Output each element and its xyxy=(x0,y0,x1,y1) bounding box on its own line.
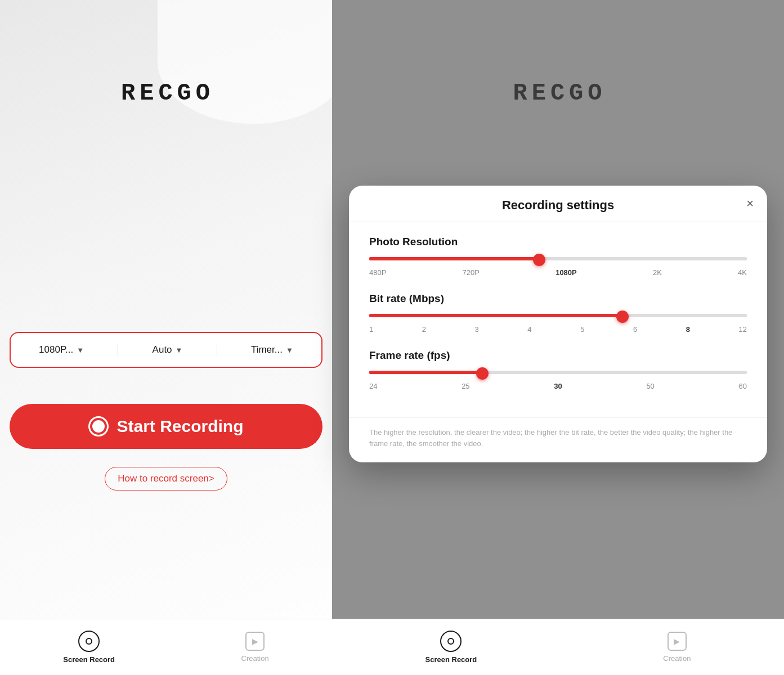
bit-rate-label: Bit rate (Mbps) xyxy=(369,292,747,305)
logo-letter-c: C xyxy=(158,82,173,105)
mark-60: 60 xyxy=(739,382,747,390)
bitrate-value: Auto xyxy=(153,344,172,356)
nav-creation-left[interactable]: ▶ Creation xyxy=(241,632,269,663)
bit-rate-track xyxy=(369,314,747,317)
creation-icon-right: ▶ xyxy=(667,632,687,651)
screen-record-icon-inner-right xyxy=(447,638,454,645)
resolution-value: 1080P... xyxy=(39,344,73,356)
right-logo-letter-c: C xyxy=(550,82,566,105)
mark-2k: 2K xyxy=(653,268,662,277)
logo-letter-o: O xyxy=(196,82,211,105)
mark-4k: 4K xyxy=(738,268,747,277)
mark-1: 1 xyxy=(369,325,373,334)
modal-title: Recording settings xyxy=(502,198,614,213)
timer-control[interactable]: Timer... ▼ xyxy=(251,344,293,356)
bit-rate-slider[interactable]: 1 2 3 4 5 6 8 12 xyxy=(369,314,747,334)
mark-50: 50 xyxy=(646,382,654,390)
recgo-logo-left: R E C G O xyxy=(121,82,211,105)
controls-box: 1080P... ▼ Auto ▼ Timer... ▼ xyxy=(10,332,322,368)
right-bottom-nav: Screen Record ▶ Creation xyxy=(332,619,784,675)
how-to-record-link[interactable]: How to record screen> xyxy=(105,467,227,490)
photo-resolution-section: Photo Resolution 480P 720P 1080P 2K 4K xyxy=(369,236,747,277)
mark-12: 12 xyxy=(738,325,746,334)
photo-resolution-track xyxy=(369,257,747,260)
timer-value: Timer... xyxy=(251,344,283,356)
mark-30: 30 xyxy=(554,382,562,390)
nav-screen-record-left[interactable]: Screen Record xyxy=(63,631,115,664)
record-icon-inner xyxy=(92,420,105,433)
screen-record-label-right: Screen Record xyxy=(425,655,477,664)
divider-2 xyxy=(217,343,217,357)
creation-icon: ▶ xyxy=(245,632,265,651)
start-button-label: Start Recording xyxy=(117,417,243,436)
photo-resolution-label: Photo Resolution xyxy=(369,236,747,248)
right-logo: R E C G O xyxy=(513,82,603,105)
logo-letter-r: R xyxy=(121,82,136,105)
left-logo: R E C G O xyxy=(121,82,211,105)
photo-resolution-marks: 480P 720P 1080P 2K 4K xyxy=(369,268,747,277)
close-icon: × xyxy=(746,196,754,210)
frame-rate-track xyxy=(369,371,747,374)
bitrate-control[interactable]: Auto ▼ xyxy=(153,344,183,356)
photo-resolution-track-fill xyxy=(369,257,539,260)
right-logo-letter-r: R xyxy=(513,82,528,105)
bitrate-chevron: ▼ xyxy=(176,346,183,354)
right-logo-letter-e: E xyxy=(532,82,547,105)
bit-rate-marks: 1 2 3 4 5 6 8 12 xyxy=(369,325,747,334)
right-logo-letter-g: G xyxy=(569,82,584,105)
right-panel: R E C G O Recording settings × Photo Res… xyxy=(332,0,784,675)
logo-letter-e: E xyxy=(140,82,155,105)
resolution-chevron: ▼ xyxy=(77,346,84,354)
mark-6: 6 xyxy=(633,325,637,334)
mark-24: 24 xyxy=(369,382,377,390)
frame-rate-marks: 24 25 30 50 60 xyxy=(369,382,747,390)
left-panel: R E C G O 1080P... ▼ Auto ▼ Timer... ▼ S… xyxy=(0,0,332,675)
mark-5: 5 xyxy=(580,325,584,334)
mark-1080p: 1080P xyxy=(555,268,577,277)
frame-rate-section: Frame rate (fps) 24 25 30 50 60 xyxy=(369,349,747,390)
mark-25: 25 xyxy=(462,382,469,390)
mark-2: 2 xyxy=(422,325,426,334)
right-logo-letter-o: O xyxy=(588,82,603,105)
frame-rate-track-fill xyxy=(369,371,482,374)
bit-rate-thumb[interactable] xyxy=(616,310,629,323)
frame-rate-slider[interactable]: 24 25 30 50 60 xyxy=(369,371,747,390)
modal-body: Photo Resolution 480P 720P 1080P 2K 4K xyxy=(349,222,767,417)
screen-record-icon-inner xyxy=(86,638,92,645)
screen-record-label: Screen Record xyxy=(63,655,115,664)
creation-label: Creation xyxy=(241,654,269,663)
start-recording-button[interactable]: Start Recording xyxy=(10,404,322,449)
frame-rate-thumb[interactable] xyxy=(476,367,489,380)
left-bottom-nav: Screen Record ▶ Creation xyxy=(0,619,332,675)
how-to-link-text: How to record screen> xyxy=(118,473,214,484)
mark-3: 3 xyxy=(475,325,479,334)
nav-screen-record-right[interactable]: Screen Record xyxy=(425,631,477,664)
timer-chevron: ▼ xyxy=(286,346,293,354)
settings-modal: Recording settings × Photo Resolution 48… xyxy=(349,186,767,462)
modal-header: Recording settings × xyxy=(349,186,767,222)
photo-resolution-slider[interactable]: 480P 720P 1080P 2K 4K xyxy=(369,257,747,277)
logo-letter-g: G xyxy=(177,82,192,105)
resolution-control[interactable]: 1080P... ▼ xyxy=(39,344,84,356)
mark-480p: 480P xyxy=(369,268,386,277)
photo-resolution-thumb[interactable] xyxy=(533,254,545,266)
frame-rate-label: Frame rate (fps) xyxy=(369,349,747,362)
mark-4: 4 xyxy=(527,325,531,334)
modal-footer-note: The higher the resolution, the clearer t… xyxy=(349,417,767,462)
modal-close-button[interactable]: × xyxy=(746,196,754,211)
bit-rate-track-fill xyxy=(369,314,622,317)
record-icon xyxy=(88,416,109,436)
bit-rate-section: Bit rate (Mbps) 1 2 3 4 5 6 8 xyxy=(369,292,747,334)
divider-1 xyxy=(118,343,118,357)
creation-label-right: Creation xyxy=(663,654,691,663)
nav-creation-right[interactable]: ▶ Creation xyxy=(663,632,691,663)
mark-720p: 720P xyxy=(463,268,480,277)
mark-8: 8 xyxy=(686,325,690,334)
screen-record-icon-right xyxy=(440,631,462,652)
screen-record-icon xyxy=(78,631,100,652)
recgo-logo-right: R E C G O xyxy=(513,82,603,105)
